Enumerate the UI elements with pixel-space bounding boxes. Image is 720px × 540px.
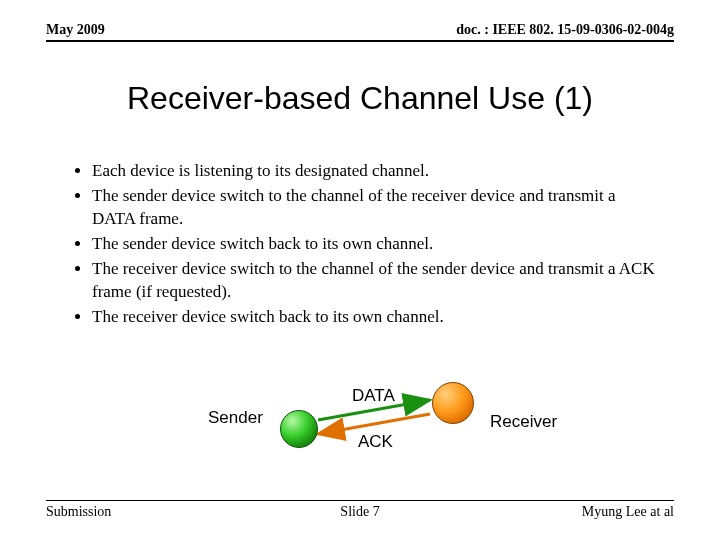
slide-header: May 2009 doc. : IEEE 802. 15-09-0306-02-… — [46, 22, 674, 42]
ack-label: ACK — [358, 432, 393, 452]
sender-receiver-diagram: Sender Receiver DATA ACK — [0, 370, 720, 490]
slide-title: Receiver-based Channel Use (1) — [0, 80, 720, 117]
sender-label: Sender — [208, 408, 263, 428]
footer-center: Slide 7 — [46, 504, 674, 520]
header-doc-ref: doc. : IEEE 802. 15-09-0306-02-004g — [456, 22, 674, 38]
list-item: The receiver device switch back to its o… — [92, 306, 660, 329]
list-item: The sender device switch to the channel … — [92, 185, 660, 231]
list-item: The receiver device switch to the channe… — [92, 258, 660, 304]
slide-footer: Submission Slide 7 Myung Lee at al — [46, 500, 674, 520]
receiver-label: Receiver — [490, 412, 557, 432]
sender-node-icon — [280, 410, 318, 448]
header-date: May 2009 — [46, 22, 105, 38]
bullet-list: Each device is listening to its designat… — [72, 160, 660, 331]
receiver-node-icon — [432, 382, 474, 424]
list-item: The sender device switch back to its own… — [92, 233, 660, 256]
data-label: DATA — [352, 386, 395, 406]
list-item: Each device is listening to its designat… — [92, 160, 660, 183]
